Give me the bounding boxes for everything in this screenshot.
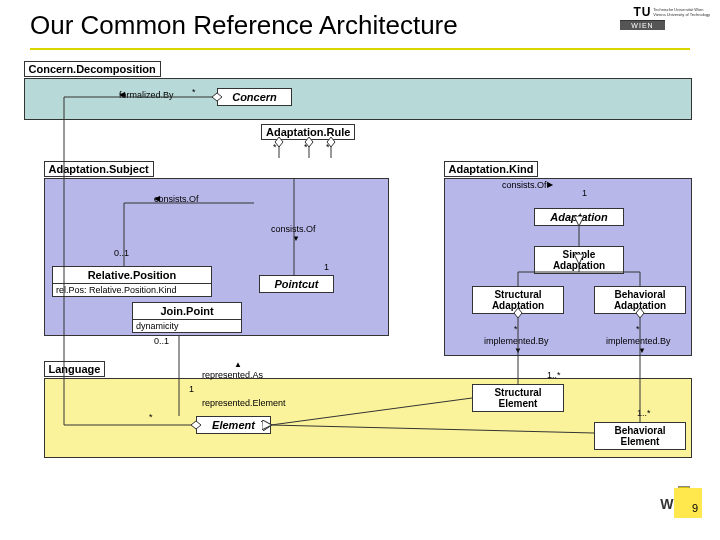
- mult-one-star: 1..*: [637, 408, 651, 418]
- mult-star: *: [326, 142, 330, 152]
- mult-star: *: [514, 324, 518, 334]
- mult-one: 1: [582, 188, 587, 198]
- triangle-down-icon: ▼: [292, 234, 300, 243]
- class-simple-adaptation: Simple Adaptation: [534, 246, 624, 274]
- class-behavioral-adaptation: Behavioral Adaptation: [594, 286, 686, 314]
- mult-zero-one: 0..1: [154, 336, 169, 346]
- title-underline: [30, 48, 690, 50]
- label-consistsof: ◀ consists.Of: [154, 194, 199, 204]
- label-consistsof: consists.Of ▶: [502, 180, 547, 190]
- label-implementedby: implemented.By: [606, 336, 671, 346]
- page-number: 9: [674, 488, 702, 518]
- label-representedas: represented.As: [202, 370, 263, 380]
- class-adaptation: Adaptation: [534, 208, 624, 226]
- page-title: Our Common Reference Architecture: [30, 10, 458, 41]
- class-join-point: Join.Point dynamicity: [132, 302, 242, 333]
- class-structural-adaptation: Structural Adaptation: [472, 286, 564, 314]
- label-implementedby: implemented.By: [484, 336, 549, 346]
- mult-zero-one: 0..1: [114, 248, 129, 258]
- triangle-up-icon: ▲: [234, 360, 242, 369]
- class-element: Element: [196, 416, 271, 434]
- uml-diagram: Concern.Decomposition Concern ◀ formaliz…: [24, 58, 694, 478]
- triangle-down-icon: ▼: [514, 346, 522, 355]
- label-formalizedby: ◀ formalized.By: [119, 90, 174, 100]
- class-behavioral-element: Behavioral Element: [594, 422, 686, 450]
- mult-one-star: 1..*: [547, 370, 561, 380]
- mult-star: *: [149, 412, 153, 422]
- logo-bottom: WIEN: [620, 21, 665, 30]
- logo-fulltext: Technische Universität Wien Vienna Unive…: [653, 8, 710, 18]
- mult-star: *: [192, 87, 196, 97]
- label-consistsof: consists.Of: [271, 224, 316, 234]
- pkg-tab-language: Language: [44, 361, 106, 377]
- triangle-down-icon: ▼: [638, 346, 646, 355]
- pkg-tab-adaptationrule: Adaptation.Rule: [261, 124, 355, 140]
- mult-star: *: [636, 324, 640, 334]
- class-pointcut: Pointcut: [259, 275, 334, 293]
- triangle-left-icon: ◀: [119, 90, 125, 99]
- triangle-left-icon: ◀: [154, 194, 160, 203]
- label-representedelement: represented.Element: [202, 398, 286, 408]
- mult-one: 1: [189, 384, 194, 394]
- mult-star: *: [304, 142, 308, 152]
- class-structural-element: Structural Element: [472, 384, 564, 412]
- pkg-tab-kind: Adaptation.Kind: [444, 161, 539, 177]
- mult-one: 1: [324, 262, 329, 272]
- pkg-tab-concern: Concern.Decomposition: [24, 61, 161, 77]
- class-concern: Concern: [217, 88, 292, 106]
- pkg-tab-subject: Adaptation.Subject: [44, 161, 154, 177]
- mult-star: *: [273, 142, 277, 152]
- class-relative-position: Relative.Position rel.Pos: Relative.Posi…: [52, 266, 212, 297]
- triangle-right-icon: ▶: [547, 180, 553, 189]
